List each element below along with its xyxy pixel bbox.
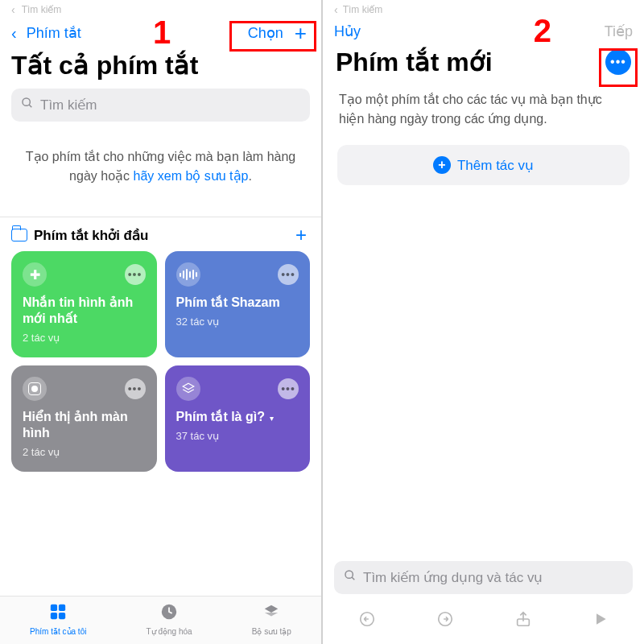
search-placeholder: Tìm kiếm ứng dụng và tác vụ <box>363 569 543 586</box>
more-icon[interactable]: ••• <box>125 264 146 285</box>
page-title: Phím tắt mới <box>336 47 493 77</box>
folder-icon <box>11 229 27 242</box>
tab-my-shortcuts[interactable]: Phím tắt của tôi <box>30 603 86 636</box>
card-title: Phím tắt Shazam <box>176 295 299 311</box>
screenshot-icon <box>23 377 47 401</box>
svg-rect-2 <box>51 605 57 611</box>
chevron-left-icon: ‹ <box>334 3 338 16</box>
play-button[interactable] <box>592 611 609 632</box>
undo-button[interactable] <box>358 610 376 633</box>
card-subtitle: 2 tác vụ <box>23 446 146 458</box>
card-subtitle: 37 tác vụ <box>176 430 299 442</box>
tab-label: Tự động hóa <box>147 627 192 636</box>
add-action-label: Thêm tác vụ <box>457 157 534 174</box>
tab-gallery[interactable]: Bộ sưu tập <box>252 603 291 636</box>
clock-icon <box>160 603 178 625</box>
chevron-left-icon: ‹ <box>11 24 17 43</box>
gallery-link[interactable]: hãy xem bộ sưu tập <box>133 169 248 183</box>
plus-button[interactable]: + <box>291 23 310 43</box>
more-icon[interactable]: ••• <box>278 264 299 285</box>
message-icon: ✚ <box>23 262 47 287</box>
grid-icon <box>49 603 67 625</box>
svg-line-1 <box>29 105 31 107</box>
faint-back-label: Tìm kiếm <box>22 4 62 15</box>
plus-circle-icon: + <box>433 156 451 174</box>
svg-point-0 <box>23 98 30 105</box>
more-options-button[interactable]: ••• <box>605 49 631 75</box>
svg-line-8 <box>352 577 354 580</box>
svg-rect-3 <box>59 605 65 611</box>
more-icon[interactable]: ••• <box>125 378 146 399</box>
gallery-icon <box>262 603 280 625</box>
shortcut-grid: ✚ ••• Nhắn tin hình ảnh mới nhất 2 tác v… <box>0 251 321 472</box>
tab-label: Phím tắt của tôi <box>30 627 86 636</box>
faint-back-label: Tìm kiếm <box>343 4 383 15</box>
section-title: Phím tắt khởi đầu <box>34 227 148 244</box>
tab-bar: Phím tắt của tôi Tự động hóa Bộ sưu tập <box>0 596 321 644</box>
card-title: Phím tắt là gì? <box>176 409 265 425</box>
tab-label: Bộ sưu tập <box>252 627 291 636</box>
annotation-label-1: 1 <box>153 14 171 51</box>
section-plus-button[interactable]: + <box>292 225 310 245</box>
chevron-down-icon: ▾ <box>270 414 274 423</box>
search-icon <box>21 97 34 114</box>
search-icon <box>344 569 357 586</box>
screen-new-shortcut: ‹ Tìm kiếm Hủy Tiếp Phím tắt mới ••• Tạo… <box>323 0 644 644</box>
status-back-faint: ‹ Tìm kiếm <box>323 0 644 18</box>
page-title: Tất cả phím tắt <box>0 47 321 89</box>
info-text: Tạo phím tắt cho những việc mà bạn làm h… <box>0 130 321 208</box>
card-subtitle: 32 tác vụ <box>176 316 299 328</box>
screen-shortcuts-list: ‹ Tìm kiếm ‹ Phím tắt Chọn + Tất cả phím… <box>0 0 321 644</box>
search-placeholder: Tìm kiếm <box>40 97 97 114</box>
card-subtitle: 2 tác vụ <box>23 332 146 344</box>
navbar: Hủy Tiếp <box>323 18 644 43</box>
next-button[interactable]: Tiếp <box>605 23 633 40</box>
add-action-button[interactable]: + Thêm tác vụ <box>337 145 630 185</box>
cancel-button[interactable]: Hủy <box>334 23 361 40</box>
annotation-label-2: 2 <box>534 13 551 49</box>
description-text: Tạo một phím tắt cho các tác vụ mà bạn t… <box>323 82 644 145</box>
share-button[interactable] <box>514 610 532 633</box>
svg-point-7 <box>345 571 353 578</box>
select-button[interactable]: Chọn <box>248 24 283 42</box>
more-icon[interactable]: ••• <box>278 378 299 399</box>
chevron-left-icon: ‹ <box>11 3 15 16</box>
svg-rect-5 <box>59 613 65 619</box>
editor-toolbar <box>323 602 644 644</box>
section-header: Phím tắt khởi đầu + <box>0 217 321 251</box>
redo-button[interactable] <box>436 610 454 633</box>
shortcut-card[interactable]: ••• Phím tắt là gì? ▾ 37 tác vụ <box>165 365 311 472</box>
card-title: Nhắn tin hình ảnh mới nhất <box>23 295 146 327</box>
card-title: Hiển thị ảnh màn hình <box>23 409 146 441</box>
search-input[interactable]: Tìm kiếm <box>11 89 310 122</box>
nav-back-button[interactable]: ‹ Phím tắt <box>11 24 81 43</box>
shortcut-card[interactable]: ••• Phím tắt Shazam 32 tác vụ <box>165 251 311 357</box>
wave-icon <box>176 262 200 287</box>
nav-back-label: Phím tắt <box>27 24 81 42</box>
search-apps-input[interactable]: Tìm kiếm ứng dụng và tác vụ <box>334 561 633 594</box>
shortcut-card[interactable]: ••• Hiển thị ảnh màn hình 2 tác vụ <box>11 365 157 472</box>
tab-automation[interactable]: Tự động hóa <box>147 603 192 636</box>
shortcut-card[interactable]: ✚ ••• Nhắn tin hình ảnh mới nhất 2 tác v… <box>11 251 157 357</box>
svg-rect-4 <box>51 613 57 619</box>
stacks-icon <box>176 377 200 401</box>
